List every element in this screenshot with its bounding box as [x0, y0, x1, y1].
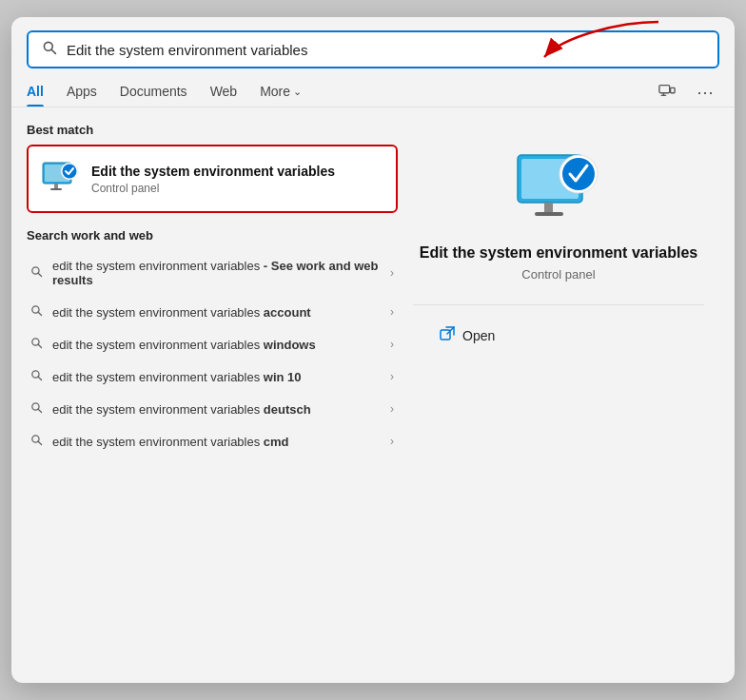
search-input-value: Edit the system environment variables	[67, 42, 704, 58]
svg-point-30	[562, 158, 595, 190]
search-icon	[30, 337, 43, 352]
chevron-down-icon: ⌄	[293, 86, 302, 98]
open-external-icon	[440, 326, 455, 345]
tab-documents[interactable]: Documents	[120, 78, 187, 107]
svg-rect-9	[54, 184, 58, 188]
list-item[interactable]: edit the system environment variables cm…	[27, 425, 398, 457]
svg-rect-4	[671, 88, 676, 92]
tab-apps[interactable]: Apps	[67, 78, 97, 107]
chevron-right-icon: ›	[390, 435, 394, 448]
search-bar[interactable]: Edit the system environment variables	[27, 30, 719, 68]
chevron-right-icon: ›	[390, 338, 394, 351]
tab-more[interactable]: More ⌄	[260, 78, 302, 107]
svg-line-22	[38, 409, 42, 413]
svg-line-16	[38, 312, 42, 316]
svg-rect-27	[544, 203, 553, 212]
main-content: Best match	[11, 107, 735, 659]
open-button-label: Open	[462, 328, 495, 343]
tabs-icons: ⋯	[655, 80, 719, 106]
chevron-right-icon: ›	[390, 370, 394, 383]
detail-divider	[413, 304, 704, 305]
search-icon	[30, 401, 43, 417]
svg-line-14	[38, 273, 42, 277]
chevron-right-icon: ›	[390, 305, 394, 319]
list-item[interactable]: edit the system environment variables wi…	[27, 328, 398, 360]
best-match-title: Edit the system environment variables	[91, 163, 335, 180]
svg-rect-28	[535, 212, 563, 216]
list-item[interactable]: edit the system environment variables ac…	[27, 296, 398, 328]
chevron-right-icon: ›	[390, 266, 394, 280]
open-button[interactable]: Open	[432, 322, 502, 349]
detail-subtitle: Control panel	[521, 267, 595, 282]
detail-icon	[516, 151, 601, 227]
best-match-subtitle: Control panel	[91, 182, 335, 195]
search-icon	[42, 40, 57, 59]
list-item[interactable]: edit the system environment variables de…	[27, 393, 398, 425]
best-match-item[interactable]: Edit the system environment variables Co…	[27, 145, 398, 213]
best-match-label: Best match	[27, 123, 398, 137]
svg-line-20	[38, 377, 42, 380]
more-options-icon[interactable]: ⋯	[693, 80, 719, 105]
svg-line-2	[51, 49, 55, 53]
svg-rect-10	[50, 188, 62, 190]
search-web-label: Search work and web	[27, 228, 398, 243]
search-icon	[30, 304, 43, 320]
tab-web[interactable]: Web	[210, 78, 238, 107]
search-icon	[30, 369, 43, 384]
svg-line-24	[38, 441, 42, 445]
search-icon	[30, 434, 43, 449]
web-list: edit the system environment variables - …	[27, 250, 398, 457]
svg-line-18	[38, 344, 42, 348]
search-icon	[30, 265, 43, 281]
search-bar-row: Edit the system environment variables	[11, 17, 735, 78]
chevron-right-icon: ›	[390, 402, 394, 416]
connected-devices-icon[interactable]	[655, 80, 679, 106]
left-panel: Best match	[27, 123, 398, 659]
svg-point-12	[63, 165, 77, 179]
tab-all[interactable]: All	[27, 78, 44, 107]
list-item[interactable]: edit the system environment variables wi…	[27, 360, 398, 393]
tabs-row: All Apps Documents Web More ⌄ ⋯	[11, 78, 735, 107]
detail-title: Edit the system environment variables	[420, 244, 698, 262]
right-panel: Edit the system environment variables Co…	[398, 123, 719, 659]
svg-rect-3	[659, 85, 670, 92]
best-match-text: Edit the system environment variables Co…	[91, 163, 335, 195]
search-window: Edit the system environment variables Al…	[11, 17, 735, 683]
best-match-icon	[42, 160, 80, 198]
list-item[interactable]: edit the system environment variables - …	[27, 250, 398, 296]
